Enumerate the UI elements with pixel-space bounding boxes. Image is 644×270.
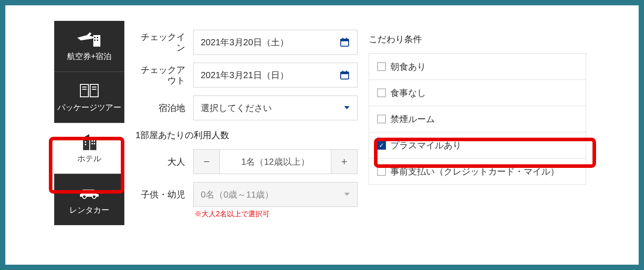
checkbox-unchecked [377, 115, 386, 123]
checkbox-checked: ✓ [377, 141, 386, 150]
svg-rect-13 [85, 141, 86, 143]
adult-minus-button[interactable]: − [193, 149, 220, 174]
checkin-row: チェックイン 2021年3月20日（土） [135, 30, 358, 55]
calendar-icon [339, 37, 350, 48]
child-row: 子供・幼児 0名（0歳～11歳） [135, 182, 358, 207]
child-note: ※大人2名以上で選択可 [195, 210, 358, 219]
page-root: 航空券+宿泊 パッケージツアー [5, 5, 639, 265]
content-area: 航空券+宿泊 パッケージツアー [10, 10, 634, 225]
filter-non-smoking[interactable]: 禁煙ルーム [369, 106, 586, 132]
search-form: チェックイン 2021年3月20日（土） チェックアウト 2021年3月21日（… [135, 21, 358, 225]
child-label: 子供・幼児 [135, 189, 193, 200]
svg-rect-18 [94, 143, 95, 144]
adult-stepper: − 1名（12歳以上） + [193, 149, 358, 174]
svg-rect-1 [94, 37, 95, 38]
svg-rect-12 [85, 139, 86, 140]
checkbox-unchecked [377, 62, 386, 71]
sidebar-label: レンタカー [69, 206, 109, 215]
car-icon [78, 184, 100, 202]
checkin-input[interactable]: 2021年3月20日（土） [193, 30, 358, 55]
filter-prepay[interactable]: 事前支払い（クレジットカード・マイル） [369, 159, 586, 184]
child-value: 0名（0歳～11歳） [201, 189, 274, 201]
checkout-row: チェックアウト 2021年3月21日（日） [135, 63, 358, 87]
checkin-value: 2021年3月20日（土） [201, 36, 289, 48]
filter-label: 食事なし [390, 87, 426, 99]
filter-breakfast[interactable]: 朝食あり [369, 54, 586, 80]
svg-rect-26 [341, 72, 349, 74]
checkbox-unchecked [377, 88, 386, 97]
room-occupancy-label: 1部屋あたりの利用人数 [135, 129, 358, 141]
adult-value: 1名（12歳以上） [220, 149, 331, 174]
chevron-down-icon [344, 192, 350, 197]
svg-rect-17 [91, 143, 93, 144]
brochure-icon [79, 82, 100, 99]
building-icon [80, 133, 98, 151]
filter-label: 禁煙ルーム [390, 113, 435, 125]
svg-rect-6 [90, 84, 98, 97]
checkout-label: チェックアウト [135, 64, 193, 86]
svg-rect-11 [90, 139, 96, 150]
adult-label: 大人 [135, 156, 193, 167]
checkbox-unchecked [377, 167, 386, 176]
svg-rect-23 [342, 38, 343, 40]
child-select[interactable]: 0名（0歳～11歳） [193, 182, 358, 207]
adult-plus-button[interactable]: + [331, 149, 358, 174]
filter-no-meal[interactable]: 食事なし [369, 80, 586, 106]
filter-label: 朝食あり [390, 61, 426, 72]
sidebar-item-rental-car[interactable]: レンタカー [54, 174, 124, 225]
svg-rect-15 [91, 140, 93, 142]
calendar-icon [339, 70, 350, 80]
sidebar-label: パッケージツアー [57, 103, 121, 113]
sidebar-label: ホテル [77, 154, 101, 164]
checkout-value: 2021年3月21日（日） [201, 69, 289, 81]
svg-rect-5 [80, 84, 88, 97]
filter-list: 朝食あり 食事なし 禁煙ルーム ✓ プラスマイルあり 事前支払い（クレジットカー… [369, 53, 586, 185]
plane-building-icon [76, 31, 102, 48]
svg-rect-16 [94, 140, 95, 142]
filter-label: プラスマイルあり [390, 139, 461, 151]
checkout-input[interactable]: 2021年3月21日（日） [193, 63, 358, 87]
check-icon: ✓ [379, 142, 384, 149]
svg-rect-27 [342, 71, 343, 73]
destination-select[interactable]: 選択してください [193, 95, 358, 120]
svg-rect-28 [346, 71, 347, 73]
filters-title: こだわり条件 [369, 33, 586, 45]
filter-panel: こだわり条件 朝食あり 食事なし 禁煙ルーム ✓ プラスマイルあり [369, 21, 586, 225]
filter-label: 事前支払い（クレジットカード・マイル） [390, 166, 559, 177]
svg-rect-2 [97, 37, 98, 38]
sidebar-label: 航空券+宿泊 [67, 52, 112, 62]
chevron-down-icon [344, 106, 350, 110]
sidebar-item-flight-hotel[interactable]: 航空券+宿泊 [54, 21, 124, 72]
svg-point-20 [92, 195, 96, 199]
sidebar-item-package-tour[interactable]: パッケージツアー [54, 72, 124, 123]
sidebar: 航空券+宿泊 パッケージツアー [54, 21, 124, 225]
svg-rect-3 [94, 40, 95, 41]
svg-rect-22 [341, 39, 349, 41]
adult-row: 大人 − 1名（12歳以上） + [135, 149, 358, 174]
sidebar-item-hotel[interactable]: ホテル [54, 123, 124, 174]
destination-label: 宿泊地 [135, 103, 193, 113]
filter-plus-mile[interactable]: ✓ プラスマイルあり [369, 132, 586, 159]
svg-rect-14 [85, 144, 86, 145]
svg-rect-24 [346, 38, 347, 40]
svg-point-19 [83, 195, 86, 199]
destination-placeholder: 選択してください [201, 102, 272, 114]
svg-rect-4 [97, 40, 98, 41]
destination-row: 宿泊地 選択してください [135, 95, 358, 120]
checkin-label: チェックイン [135, 32, 193, 53]
